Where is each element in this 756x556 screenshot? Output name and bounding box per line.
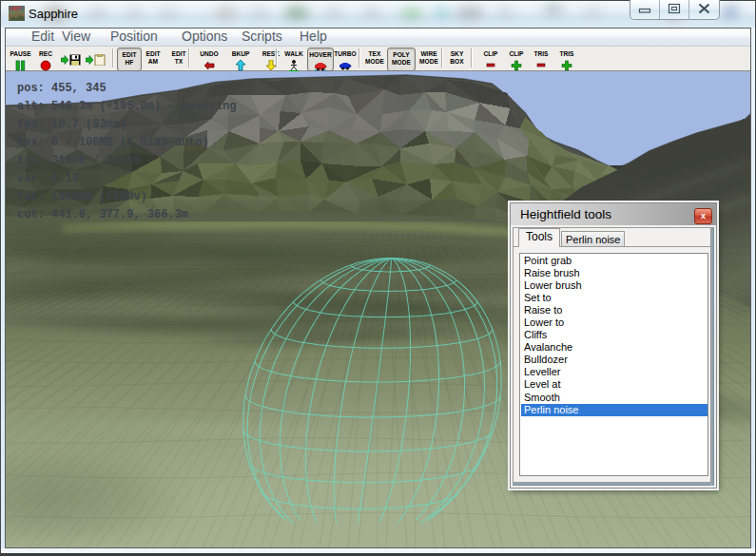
- svg-text:L3DT: L3DT: [10, 6, 22, 11]
